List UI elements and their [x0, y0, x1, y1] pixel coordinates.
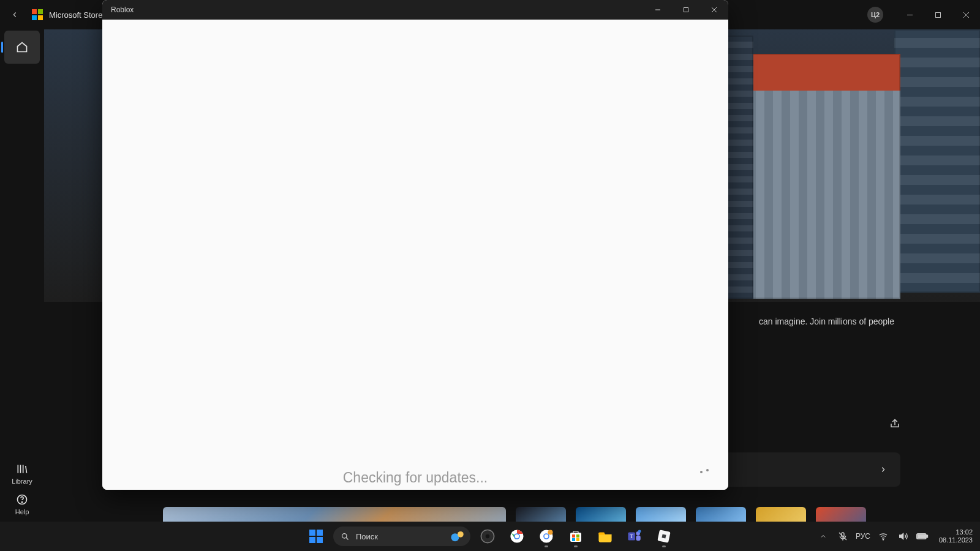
- taskbar-app-chrome-2[interactable]: [534, 524, 559, 549]
- volume-icon: [898, 531, 908, 541]
- svg-rect-24: [572, 534, 575, 538]
- teams-icon: T: [627, 528, 643, 544]
- screenshot-thumb[interactable]: [163, 507, 506, 522]
- screenshot-thumb[interactable]: [636, 507, 686, 522]
- roblox-title: Roblox: [111, 6, 134, 14]
- roblox-titlebar[interactable]: Roblox: [102, 0, 728, 20]
- screenshot-thumb[interactable]: [756, 507, 806, 522]
- store-left-rail: Library Help: [0, 29, 44, 522]
- tray-volume[interactable]: [896, 527, 910, 545]
- svg-point-22: [548, 530, 552, 534]
- svg-point-39: [883, 539, 883, 540]
- tray-wifi[interactable]: [876, 527, 890, 545]
- library-icon: [16, 463, 28, 475]
- svg-point-13: [458, 531, 464, 538]
- chrome-icon: [538, 528, 554, 544]
- minimize-icon: [907, 12, 913, 18]
- windows-logo-icon: [309, 530, 323, 543]
- chevron-right-icon: [879, 465, 888, 474]
- taskbar-app-obs[interactable]: [475, 524, 500, 549]
- search-icon: [341, 532, 350, 541]
- close-icon: [711, 7, 717, 13]
- store-minimize-button[interactable]: [895, 5, 924, 24]
- taskbar-app-teams[interactable]: T: [622, 524, 647, 549]
- rail-home-button[interactable]: [4, 31, 40, 64]
- home-icon: [16, 41, 28, 53]
- search-highlight-icon: [450, 528, 466, 544]
- mic-muted-icon: [838, 531, 848, 541]
- taskbar-search-placeholder: Поиск: [356, 532, 378, 541]
- msstore-icon: [568, 529, 583, 544]
- tray-language[interactable]: РУС: [856, 527, 870, 545]
- screenshot-thumb[interactable]: [516, 507, 566, 522]
- svg-rect-41: [927, 535, 928, 537]
- share-icon: [889, 418, 900, 429]
- taskbar-app-roblox[interactable]: [652, 524, 676, 549]
- svg-rect-7: [684, 8, 688, 12]
- taskbar-app-msstore[interactable]: [564, 524, 588, 549]
- roblox-maximize-button[interactable]: [672, 0, 700, 20]
- maximize-icon: [683, 7, 689, 13]
- svg-line-11: [346, 538, 348, 539]
- roblox-close-button[interactable]: [700, 0, 728, 20]
- svg-point-21: [545, 534, 549, 539]
- roblox-window: Roblox Checking for updates...: [102, 0, 728, 490]
- rail-help-label: Help: [15, 508, 29, 515]
- store-title: Microsoft Store: [49, 10, 102, 20]
- tray-mic-muted[interactable]: [836, 527, 850, 545]
- share-button[interactable]: [884, 413, 905, 434]
- taskbar-search[interactable]: Поиск: [333, 527, 470, 546]
- screenshot-thumb[interactable]: [816, 507, 866, 522]
- maximize-icon: [935, 12, 941, 18]
- svg-rect-42: [918, 535, 925, 538]
- screenshot-thumb[interactable]: [576, 507, 626, 522]
- svg-rect-25: [576, 534, 579, 538]
- store-close-button[interactable]: [952, 5, 980, 24]
- close-icon: [963, 12, 970, 18]
- chrome-icon: [509, 528, 525, 544]
- svg-point-18: [515, 534, 519, 539]
- svg-text:T: T: [630, 533, 633, 539]
- rail-library-button[interactable]: Library: [12, 463, 32, 485]
- taskbar-tray: РУС 13:02 08.11.2023: [816, 527, 975, 545]
- wifi-icon: [878, 531, 888, 541]
- rail-help-button[interactable]: Help: [15, 493, 29, 515]
- svg-point-33: [638, 530, 641, 533]
- back-button[interactable]: [0, 0, 29, 29]
- taskbar-center: Поиск T: [304, 524, 676, 549]
- start-button[interactable]: [304, 524, 328, 549]
- taskbar-app-explorer[interactable]: [593, 524, 617, 549]
- arrow-left-icon: [10, 10, 19, 19]
- tray-date: 08.11.2023: [939, 536, 973, 544]
- carousel-next-button[interactable]: [875, 461, 892, 478]
- svg-rect-26: [572, 538, 575, 541]
- obs-icon: [480, 528, 496, 544]
- screenshot-thumbnails: [163, 507, 980, 522]
- tray-clock[interactable]: 13:02 08.11.2023: [939, 528, 973, 544]
- svg-rect-1: [935, 12, 940, 17]
- app-description-fragment: can imagine. Join millions of people: [759, 317, 894, 326]
- svg-rect-28: [598, 533, 605, 535]
- svg-rect-35: [662, 534, 666, 538]
- minimize-icon: [655, 7, 661, 13]
- svg-point-10: [342, 533, 347, 538]
- taskbar: Поиск T: [0, 522, 980, 551]
- help-icon: [16, 493, 28, 506]
- loading-spinner-icon: [700, 469, 710, 479]
- tray-overflow-button[interactable]: [816, 527, 830, 545]
- tray-battery[interactable]: [916, 527, 929, 545]
- user-avatar[interactable]: Ц2: [867, 7, 883, 23]
- roblox-icon: [657, 529, 671, 544]
- screenshot-thumb[interactable]: [696, 507, 746, 522]
- rail-library-label: Library: [12, 478, 32, 485]
- taskbar-app-chrome[interactable]: [505, 524, 529, 549]
- roblox-status-text: Checking for updates...: [102, 470, 728, 486]
- svg-rect-27: [576, 538, 579, 541]
- svg-point-5: [21, 502, 22, 503]
- svg-rect-23: [570, 533, 581, 542]
- store-maximize-button[interactable]: [924, 5, 952, 24]
- roblox-minimize-button[interactable]: [644, 0, 672, 20]
- chevron-up-icon: [820, 533, 827, 540]
- svg-rect-32: [636, 535, 640, 541]
- roblox-body: Checking for updates...: [102, 20, 728, 490]
